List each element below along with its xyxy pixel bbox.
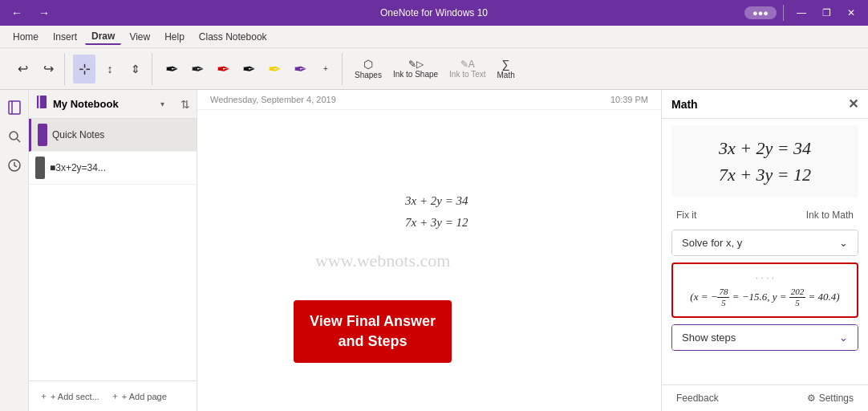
undo-button[interactable]: ↩ <box>11 55 34 83</box>
ink-to-text-label: Ink to Text <box>449 70 485 79</box>
back-button[interactable]: ← <box>6 5 27 21</box>
sidebar-icon-search[interactable] <box>3 125 26 148</box>
settings-button[interactable]: ⚙ Settings <box>802 390 858 406</box>
pen-purple-button[interactable]: ✒ <box>289 55 311 83</box>
eraser-button[interactable]: ↕ <box>99 55 121 83</box>
equation-area: 3x + 2y = 34 7x + 3y = 12 <box>405 190 468 234</box>
watermark: www.webnots.com <box>315 250 450 271</box>
page-item-eq[interactable]: ■3x+2y=34... <box>29 152 197 185</box>
note-content: Wednesday, September 4, 2019 10:39 PM ww… <box>197 90 661 411</box>
sidebar-icon-notebook[interactable] <box>3 96 26 119</box>
add-pen-icon: + <box>323 64 328 73</box>
notebook-chevron-icon[interactable]: ▾ <box>160 100 164 108</box>
math-button[interactable]: ∑ Math <box>493 55 518 83</box>
math-eq2: 7x + 3y = 12 <box>681 161 849 188</box>
annotation-line2: and Steps <box>310 332 436 352</box>
note-time: 10:39 PM <box>610 95 648 104</box>
menu-view[interactable]: View <box>123 30 156 44</box>
eraser2-button[interactable]: ⇕ <box>124 55 147 83</box>
pen-black-button[interactable]: ✒ <box>160 55 183 83</box>
add-section-button[interactable]: ＋ + Add sect... <box>35 388 103 405</box>
equation-2: 7x + 3y = 12 <box>405 212 468 234</box>
notebook-icon <box>35 95 50 113</box>
highlighter-yellow-button[interactable]: ✒ <box>263 55 286 83</box>
add-page-button[interactable]: ＋ + Add page <box>107 388 171 405</box>
math-icon: ∑ <box>502 58 510 71</box>
ink-to-shape-button[interactable]: ✎▷ Ink to Shape <box>389 55 442 83</box>
pen-red-icon: ✒ <box>217 59 230 79</box>
pen-purple-icon: ✒ <box>294 59 307 79</box>
svg-rect-0 <box>9 101 20 114</box>
solve-label: Solve for x, y <box>682 237 742 249</box>
ink-to-shape-label: Ink to Shape <box>393 70 438 79</box>
pen-group: ✒ ✒ ✒ ✒ ✒ ✒ + <box>156 53 343 85</box>
equation-1: 3x + 2y = 34 <box>405 190 468 212</box>
note-body[interactable]: www.webnots.com 3x + 2y = 34 7x + 3y = 1… <box>197 110 661 411</box>
pages-list: Quick Notes ■3x+2y=34... <box>29 119 197 380</box>
ink-to-math-button[interactable]: Ink to Math <box>801 207 858 223</box>
redo-button[interactable]: ↪ <box>37 55 59 83</box>
add-page-label: + Add page <box>122 392 167 401</box>
result-box: · · · · (x = −785 = −15.6, y = 2025 = 40… <box>671 262 858 318</box>
solve-chevron-icon: ⌄ <box>839 237 848 249</box>
forward-button[interactable]: → <box>34 5 55 21</box>
feedback-label: Feedback <box>676 393 719 404</box>
feedback-button[interactable]: Feedback <box>671 390 724 406</box>
pen-dark2-button[interactable]: ✒ <box>237 55 260 83</box>
eraser-icon: ↕ <box>107 63 113 75</box>
menu-home[interactable]: Home <box>6 30 45 44</box>
pen-dark-button[interactable]: ✒ <box>186 55 209 83</box>
undo-icon: ↩ <box>18 63 28 75</box>
pen-red-button[interactable]: ✒ <box>212 55 234 83</box>
ink-to-shape-icon: ✎▷ <box>408 59 424 70</box>
restore-button[interactable]: ❐ <box>816 4 838 22</box>
close-button[interactable]: ✕ <box>841 4 862 22</box>
math-footer: Feedback ⚙ Settings <box>662 385 868 411</box>
solve-dropdown-header[interactable]: Solve for x, y ⌄ <box>672 230 858 255</box>
fix-it-button[interactable]: Fix it <box>671 207 701 223</box>
lasso-button[interactable]: ⊹ <box>73 55 95 83</box>
annotation-arrow-icon: → <box>421 318 440 340</box>
sidebar-icon-recent[interactable] <box>3 154 26 177</box>
settings-icon: ⚙ <box>807 393 816 404</box>
title-bar-right: ●●● — ❐ ✕ <box>744 4 862 22</box>
main-area: My Notebook ▾ ⇅ Quick Notes ■3x+2y=34...… <box>0 90 868 411</box>
math-display: 3x + 2y = 34 7x + 3y = 12 <box>671 125 858 197</box>
notebook-bottom: ＋ + Add sect... ＋ + Add page <box>29 380 197 411</box>
svg-rect-5 <box>37 96 47 108</box>
shapes-button[interactable]: ⬡ Shapes <box>351 55 386 83</box>
steps-dropdown-header[interactable]: Show steps ⌄ <box>672 325 858 350</box>
math-panel: Math ✕ 3x + 2y = 34 7x + 3y = 12 Fix it … <box>661 90 868 411</box>
ink-to-text-icon: ✎A <box>460 59 475 70</box>
math-actions: Fix it Ink to Math <box>662 204 868 230</box>
menu-class-notebook[interactable]: Class Notebook <box>193 30 274 44</box>
minimize-button[interactable]: — <box>790 4 813 22</box>
eraser2-icon: ⇕ <box>131 63 140 75</box>
show-steps-label: Show steps <box>682 332 736 344</box>
app-title: OneNote for Windows 10 <box>380 7 488 18</box>
menu-draw[interactable]: Draw <box>85 29 121 45</box>
add-section-icon: ＋ <box>39 390 48 402</box>
add-pen-button[interactable]: + <box>314 55 337 83</box>
add-page-icon: ＋ <box>111 390 120 402</box>
undo-redo-group: ↩ ↪ <box>6 53 65 85</box>
note-header: Wednesday, September 4, 2019 10:39 PM <box>197 90 661 110</box>
steps-dropdown: Show steps ⌄ <box>671 324 858 351</box>
pen-dark2-icon: ✒ <box>242 59 256 79</box>
title-bar: ← → OneNote for Windows 10 ●●● — ❐ ✕ <box>0 0 868 26</box>
math-close-button[interactable]: ✕ <box>848 96 858 112</box>
notebook-header: My Notebook ▾ ⇅ <box>29 90 197 119</box>
profile-button[interactable]: ●●● <box>744 6 777 19</box>
note-date: Wednesday, September 4, 2019 <box>210 95 336 104</box>
svg-point-2 <box>10 132 18 140</box>
svg-line-3 <box>17 139 20 142</box>
menu-insert[interactable]: Insert <box>47 30 83 44</box>
ink-to-text-button[interactable]: ✎A Ink to Text <box>445 55 489 83</box>
ribbon: ↩ ↪ ⊹ ↕ ⇕ ✒ ✒ ✒ ✒ ✒ <box>0 48 868 90</box>
page-item-quicknotes[interactable]: Quick Notes <box>29 119 197 152</box>
result-dots: · · · · <box>681 272 849 283</box>
lasso-icon: ⊹ <box>79 60 91 78</box>
menu-help[interactable]: Help <box>158 30 191 44</box>
sort-icon[interactable]: ⇅ <box>180 98 190 111</box>
page-tab-color-quicknotes <box>38 124 47 146</box>
